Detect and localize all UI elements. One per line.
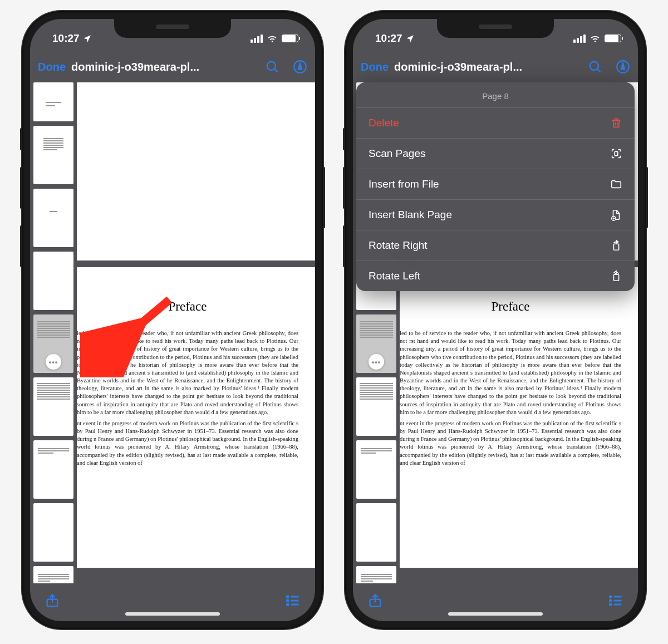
more-button[interactable]: ••• — [369, 354, 384, 370]
folder-icon — [610, 178, 622, 190]
list-icon[interactable] — [608, 593, 623, 608]
add-page-icon — [610, 209, 622, 221]
markup-icon[interactable] — [293, 60, 307, 74]
cellular-signal-icon — [250, 35, 263, 43]
battery-icon — [605, 35, 621, 42]
page-blank — [77, 82, 315, 260]
page-thumbnail-selected[interactable]: ••• — [33, 314, 73, 373]
svg-rect-17 — [613, 244, 618, 250]
page-thumbnail[interactable] — [33, 566, 73, 583]
svg-point-22 — [610, 600, 611, 602]
content-area: ••• Preface led to be of service to the … — [30, 82, 315, 583]
page-preface: Preface led to be of service to the read… — [77, 267, 315, 568]
wifi-icon — [590, 33, 601, 44]
nav-bar: Done dominic-j-o39meara-pl... — [353, 51, 638, 82]
power-button — [646, 167, 648, 228]
thumbnail-sidebar[interactable]: ••• — [30, 82, 77, 583]
page-thumbnail[interactable] — [33, 126, 73, 184]
page-thumbnail[interactable] — [33, 377, 73, 436]
nav-bar: Done dominic-j-o39meara-pl... — [30, 51, 315, 82]
volume-buttons — [20, 128, 22, 284]
page-context-menu: Page 8 Delete Scan Pages Insert from Fil… — [356, 82, 635, 291]
page-thumbnail[interactable] — [356, 566, 396, 583]
document-title: dominic-j-o39meara-pl... — [71, 61, 259, 73]
svg-point-20 — [610, 596, 611, 598]
more-button[interactable]: ••• — [46, 354, 61, 370]
done-button[interactable]: Done — [361, 61, 389, 73]
notch — [437, 19, 554, 38]
location-arrow-icon — [82, 34, 92, 43]
markup-icon[interactable] — [616, 60, 630, 74]
done-button[interactable]: Done — [38, 61, 66, 73]
phone-right: 10:27 Done dominic-j-o39meara-pl... — [345, 11, 646, 629]
page-thumbnail[interactable] — [356, 503, 396, 562]
svg-point-8 — [287, 600, 288, 602]
svg-rect-15 — [615, 151, 618, 155]
menu-insert-file[interactable]: Insert from File — [356, 169, 635, 199]
page-thumbnail[interactable] — [33, 440, 73, 499]
content-area: ••• Preface led to be of service to the … — [353, 82, 638, 583]
search-icon[interactable] — [265, 60, 279, 74]
page-thumbnail[interactable] — [33, 82, 73, 121]
preface-heading: Preface — [400, 299, 621, 314]
home-indicator[interactable] — [125, 612, 220, 616]
preface-heading: Preface — [77, 299, 298, 314]
phone-left: 10:27 Done dominic-j-o39meara-pl... — [22, 11, 323, 629]
svg-line-13 — [597, 69, 601, 72]
page-thumbnail[interactable] — [356, 377, 396, 436]
menu-header: Page 8 — [356, 82, 635, 107]
svg-point-0 — [267, 62, 276, 70]
scan-icon — [610, 148, 622, 160]
svg-point-6 — [287, 596, 288, 598]
home-indicator[interactable] — [448, 612, 543, 616]
page-thumbnail[interactable] — [356, 440, 396, 499]
list-icon[interactable] — [285, 593, 301, 608]
menu-delete[interactable]: Delete — [356, 107, 635, 138]
rotate-right-icon — [610, 239, 622, 252]
page-thumbnail[interactable] — [33, 503, 73, 562]
svg-rect-18 — [613, 274, 618, 281]
cellular-signal-icon — [573, 35, 586, 43]
svg-point-24 — [610, 604, 611, 606]
share-icon[interactable] — [367, 593, 383, 608]
volume-buttons — [343, 128, 345, 284]
menu-scan-pages[interactable]: Scan Pages — [356, 138, 635, 169]
preface-body: led to be of service to the reader who, … — [400, 330, 621, 467]
page-thumbnail-selected[interactable]: ••• — [356, 314, 396, 373]
page-thumbnail[interactable] — [33, 252, 73, 310]
notch — [114, 19, 231, 38]
share-icon[interactable] — [45, 593, 60, 608]
location-arrow-icon — [405, 34, 415, 43]
svg-point-12 — [590, 62, 598, 70]
page-preface: Preface led to be of service to the read… — [400, 267, 638, 568]
rotate-left-icon — [610, 270, 622, 282]
search-icon[interactable] — [588, 60, 602, 74]
trash-icon — [610, 117, 622, 129]
menu-rotate-left[interactable]: Rotate Left — [356, 260, 635, 291]
status-time: 10:27 — [375, 32, 402, 45]
page-thumbnail[interactable] — [33, 189, 73, 247]
power-button — [323, 167, 325, 228]
status-time: 10:27 — [52, 32, 80, 45]
menu-insert-blank[interactable]: Insert Blank Page — [356, 199, 635, 230]
svg-point-10 — [287, 604, 288, 606]
preface-body: led to be of service to the reader who, … — [77, 330, 298, 467]
battery-icon — [282, 35, 298, 42]
document-view[interactable]: Preface led to be of service to the read… — [77, 82, 315, 583]
wifi-icon — [267, 33, 278, 44]
document-title: dominic-j-o39meara-pl... — [394, 61, 582, 73]
svg-line-1 — [274, 69, 278, 72]
menu-rotate-right[interactable]: Rotate Right — [356, 230, 635, 260]
